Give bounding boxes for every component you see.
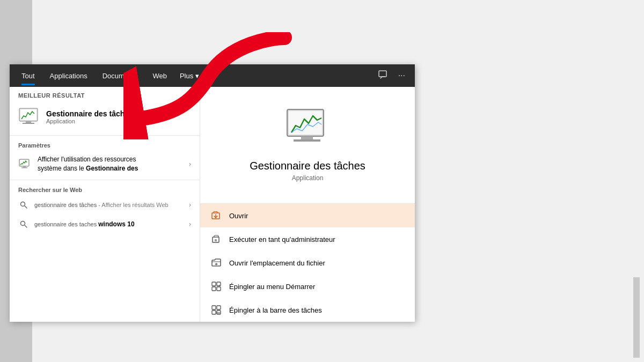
folder-icon (211, 257, 222, 268)
tab-plus[interactable]: Plus ▾ (174, 67, 204, 85)
tab-applications[interactable]: Applications (42, 67, 95, 85)
web-item-2[interactable]: gestionnaire des taches windows 10 › (10, 215, 200, 234)
open-icon (211, 210, 222, 221)
best-result-label: Meilleur résultat (10, 87, 200, 101)
action-pin-start[interactable]: Épingler au menu Démarrer (200, 275, 415, 298)
svg-rect-18 (294, 139, 320, 142)
svg-rect-9 (23, 166, 26, 167)
best-result-text: Gestionnaire des tâches Application (46, 109, 133, 124)
settings-item-text: Afficher l'utilisation des ressourcessys… (38, 155, 182, 173)
tab-tout[interactable]: Tout (14, 67, 42, 85)
right-app-name: Gestionnaire des tâches (250, 160, 365, 172)
pin-start-icon (211, 281, 222, 292)
svg-point-11 (21, 202, 25, 206)
best-result-sub: Application (46, 118, 133, 124)
action-location[interactable]: Ouvrir l'emplacement du fichier (200, 251, 415, 275)
best-result-title: Gestionnaire des tâches (46, 109, 133, 118)
action-pin-taskbar[interactable]: Épingler à la barre des tâches (200, 298, 415, 322)
right-panel: Gestionnaire des tâches Application (200, 87, 415, 322)
taskmanager-icon-large (286, 108, 329, 151)
nav-bar: Tout Applications Documents Web Plus ▾ ·… (10, 64, 415, 87)
action-pin-start-label: Épingler au menu Démarrer (229, 283, 315, 291)
more-icon[interactable]: ··· (393, 67, 411, 85)
svg-rect-4 (20, 109, 36, 120)
svg-rect-17 (301, 136, 313, 139)
web-item-2-text: gestionnaire des taches windows 10 (34, 220, 184, 228)
web-item-1-text: gestionnaire des tâches - Afficher les r… (34, 201, 184, 209)
feedback-icon[interactable] (372, 65, 393, 86)
settings-item[interactable]: Afficher l'utilisation des ressourcessys… (10, 151, 200, 178)
web-chevron-icon-2: › (189, 220, 191, 228)
svg-rect-34 (217, 311, 221, 314)
settings-monitor-icon (18, 158, 31, 171)
svg-rect-5 (26, 121, 31, 123)
svg-line-12 (25, 206, 27, 208)
action-ouvrir[interactable]: Ouvrir (200, 204, 415, 227)
svg-point-13 (21, 221, 25, 225)
right-actions: Ouvrir Exécuter en tant qu'administrateu… (200, 203, 415, 322)
action-location-label: Ouvrir l'emplacement du fichier (229, 259, 325, 267)
tab-documents[interactable]: Documents (95, 67, 145, 85)
svg-rect-32 (217, 306, 221, 309)
app-info-section: Gestionnaire des tâches Application (200, 87, 415, 203)
svg-rect-33 (212, 311, 216, 314)
search-icon-2 (18, 219, 29, 230)
svg-rect-27 (217, 282, 221, 286)
best-result-item[interactable]: Gestionnaire des tâches Application (10, 101, 200, 133)
action-pin-taskbar-label: Épingler à la barre des tâches (229, 306, 322, 314)
action-ouvrir-label: Ouvrir (229, 212, 248, 220)
divider-2 (10, 180, 200, 180)
svg-line-14 (25, 225, 27, 227)
scrollbar[interactable] (633, 277, 640, 358)
svg-rect-26 (212, 282, 216, 286)
chevron-down-icon: ▾ (195, 72, 199, 80)
svg-rect-31 (212, 306, 216, 309)
action-admin-label: Exécuter en tant qu'administrateur (229, 235, 335, 243)
web-chevron-icon-1: › (189, 201, 191, 209)
svg-rect-22 (215, 239, 217, 241)
action-admin[interactable]: Exécuter en tant qu'administrateur (200, 227, 415, 251)
taskmanager-icon-small (18, 106, 40, 128)
web-label: Rechercher sur le Web (10, 182, 200, 195)
content-area: Meilleur résultat Gestionnaire des tâche… (10, 87, 415, 322)
divider-1 (10, 135, 200, 136)
search-icon-1 (18, 200, 29, 210)
web-item-1[interactable]: gestionnaire des tâches - Afficher les r… (10, 195, 200, 215)
tab-web[interactable]: Web (145, 67, 174, 85)
left-panel: Meilleur résultat Gestionnaire des tâche… (10, 87, 200, 322)
pin-taskbar-icon (211, 305, 222, 315)
settings-chevron-icon: › (189, 160, 191, 168)
svg-rect-6 (23, 123, 34, 124)
svg-rect-28 (212, 287, 216, 291)
search-panel: Tout Applications Documents Web Plus ▾ ·… (10, 64, 415, 322)
svg-rect-29 (217, 287, 221, 291)
settings-label: Paramètres (10, 138, 200, 151)
svg-rect-2 (379, 71, 386, 77)
svg-rect-10 (21, 167, 27, 168)
right-app-type: Application (292, 174, 324, 182)
admin-icon (211, 234, 222, 245)
